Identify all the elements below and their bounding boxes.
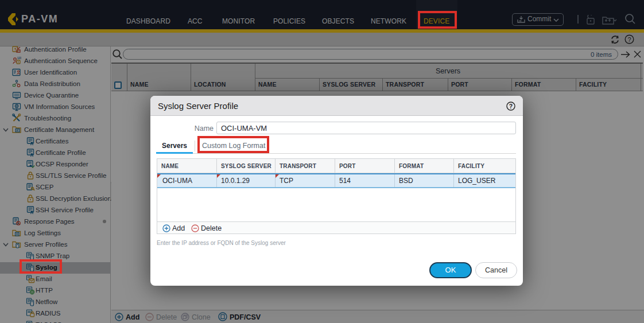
svg-text:?: ? (509, 103, 513, 110)
